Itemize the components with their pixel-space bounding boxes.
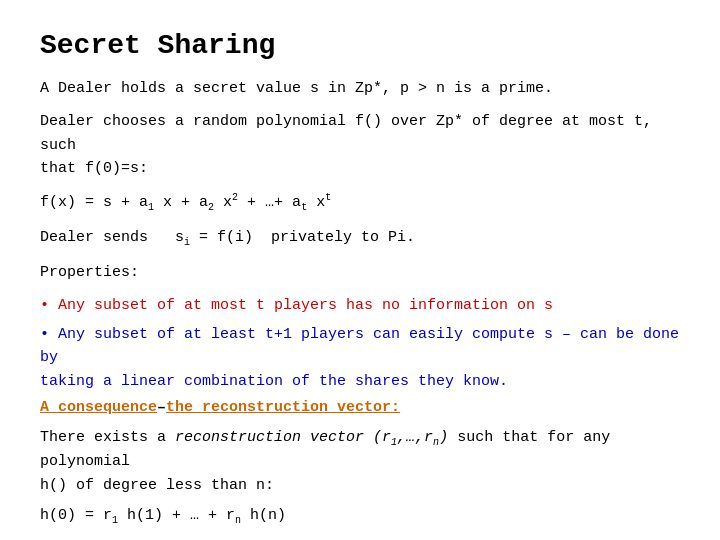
recon-vector-line: There exists a reconstruction vector (r1…: [40, 426, 680, 497]
line-dealer-sends: Dealer sends si = f(i) privately to Pi.: [40, 226, 680, 251]
line-2: Dealer chooses a random polynomial f() o…: [40, 110, 680, 180]
consequence-dash: –: [157, 399, 166, 416]
bullet-2: • Any subset of at least t+1 players can…: [40, 323, 680, 393]
formula-fx: f(x) = s + a1 x + a2 x2 + …+ at xt: [40, 190, 680, 216]
line-1: A Dealer holds a secret value s in Zp*, …: [40, 77, 680, 100]
page-container: Secret Sharing A Dealer holds a secret v…: [40, 30, 680, 526]
page-title: Secret Sharing: [40, 30, 680, 61]
consequence-rest: the reconstruction vector:: [166, 399, 400, 416]
consequence-line: A consequence – the reconstruction vecto…: [40, 399, 680, 416]
consequence-label: A consequence: [40, 399, 157, 416]
final-formula: h(0) = r1 h(1) + … + rn h(n): [40, 507, 680, 526]
bullet-1: • Any subset of at most t players has no…: [40, 294, 680, 317]
properties-label: Properties:: [40, 261, 680, 284]
